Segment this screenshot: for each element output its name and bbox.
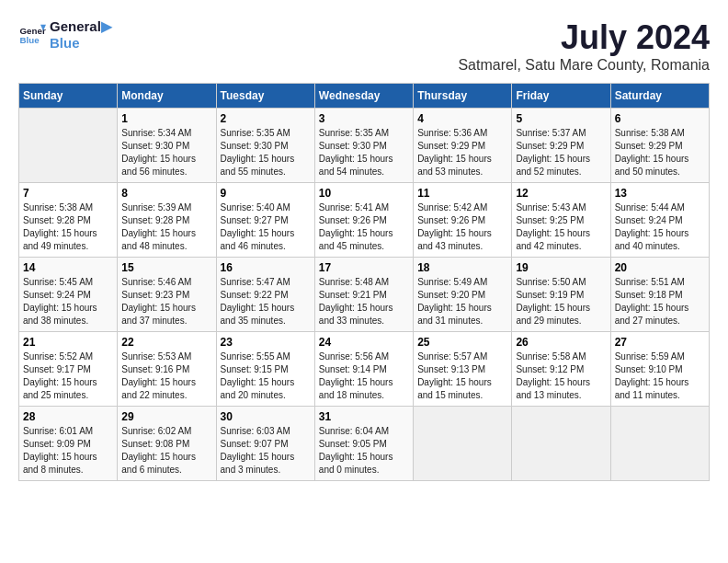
day-number: 12 xyxy=(516,187,606,200)
weekday-header: Thursday xyxy=(414,84,512,109)
day-number: 16 xyxy=(221,261,311,274)
day-number: 22 xyxy=(121,336,211,349)
calendar-week-row: 21Sunrise: 5:52 AM Sunset: 9:17 PM Dayli… xyxy=(19,332,710,407)
calendar-cell: 21Sunrise: 5:52 AM Sunset: 9:17 PM Dayli… xyxy=(19,332,118,407)
day-number: 6 xyxy=(615,112,705,125)
calendar-cell: 2Sunrise: 5:35 AM Sunset: 9:30 PM Daylig… xyxy=(216,109,314,183)
calendar-cell: 6Sunrise: 5:38 AM Sunset: 9:29 PM Daylig… xyxy=(610,109,709,183)
day-info: Sunrise: 5:38 AM Sunset: 9:29 PM Dayligh… xyxy=(615,127,705,178)
day-number: 17 xyxy=(319,261,409,274)
day-info: Sunrise: 5:48 AM Sunset: 9:21 PM Dayligh… xyxy=(319,276,409,327)
calendar-cell: 3Sunrise: 5:35 AM Sunset: 9:30 PM Daylig… xyxy=(314,109,413,183)
day-info: Sunrise: 5:38 AM Sunset: 9:28 PM Dayligh… xyxy=(23,201,113,253)
day-number: 11 xyxy=(417,187,507,200)
weekday-header: Monday xyxy=(118,84,216,109)
day-number: 24 xyxy=(319,336,409,349)
calendar-cell xyxy=(610,407,709,481)
day-info: Sunrise: 5:55 AM Sunset: 9:15 PM Dayligh… xyxy=(221,350,311,402)
day-number: 23 xyxy=(221,336,311,349)
day-info: Sunrise: 5:44 AM Sunset: 9:24 PM Dayligh… xyxy=(615,201,705,253)
day-number: 10 xyxy=(319,187,409,200)
day-info: Sunrise: 5:42 AM Sunset: 9:26 PM Dayligh… xyxy=(417,201,507,253)
day-info: Sunrise: 6:04 AM Sunset: 9:05 PM Dayligh… xyxy=(319,425,409,477)
day-number: 31 xyxy=(319,410,409,423)
calendar-cell xyxy=(512,407,610,481)
day-number: 26 xyxy=(516,336,606,349)
calendar-cell: 17Sunrise: 5:48 AM Sunset: 9:21 PM Dayli… xyxy=(314,258,413,332)
day-info: Sunrise: 5:45 AM Sunset: 9:24 PM Dayligh… xyxy=(23,276,113,327)
day-number: 28 xyxy=(23,410,113,423)
day-info: Sunrise: 5:53 AM Sunset: 9:16 PM Dayligh… xyxy=(121,350,211,402)
calendar-cell: 24Sunrise: 5:56 AM Sunset: 9:14 PM Dayli… xyxy=(314,332,413,407)
month-year: July 2024 xyxy=(458,18,710,57)
calendar-week-row: 14Sunrise: 5:45 AM Sunset: 9:24 PM Dayli… xyxy=(19,258,710,332)
day-info: Sunrise: 5:56 AM Sunset: 9:14 PM Dayligh… xyxy=(319,350,409,402)
day-number: 13 xyxy=(615,187,705,200)
calendar-cell: 5Sunrise: 5:37 AM Sunset: 9:29 PM Daylig… xyxy=(512,109,610,183)
day-info: Sunrise: 5:50 AM Sunset: 9:19 PM Dayligh… xyxy=(516,276,606,327)
day-number: 18 xyxy=(417,261,507,274)
day-info: Sunrise: 5:35 AM Sunset: 9:30 PM Dayligh… xyxy=(221,127,311,178)
calendar-cell: 23Sunrise: 5:55 AM Sunset: 9:15 PM Dayli… xyxy=(216,332,314,407)
day-info: Sunrise: 6:01 AM Sunset: 9:09 PM Dayligh… xyxy=(23,425,113,477)
calendar-cell xyxy=(414,407,512,481)
calendar-cell: 12Sunrise: 5:43 AM Sunset: 9:25 PM Dayli… xyxy=(512,183,610,258)
day-number: 4 xyxy=(417,112,507,125)
day-number: 21 xyxy=(23,336,113,349)
calendar-cell: 16Sunrise: 5:47 AM Sunset: 9:22 PM Dayli… xyxy=(216,258,314,332)
calendar-cell: 7Sunrise: 5:38 AM Sunset: 9:28 PM Daylig… xyxy=(19,183,118,258)
calendar-cell: 31Sunrise: 6:04 AM Sunset: 9:05 PM Dayli… xyxy=(314,407,413,481)
logo-subtext: Blue xyxy=(50,35,112,51)
day-number: 27 xyxy=(615,336,705,349)
calendar-cell: 22Sunrise: 5:53 AM Sunset: 9:16 PM Dayli… xyxy=(118,332,216,407)
logo: General Blue General▶ Blue xyxy=(18,18,112,51)
title-section: July 2024 Satmarel, Satu Mare County, Ro… xyxy=(458,18,710,74)
weekday-header: Tuesday xyxy=(216,84,314,109)
svg-text:Blue: Blue xyxy=(20,35,40,45)
day-info: Sunrise: 5:39 AM Sunset: 9:28 PM Dayligh… xyxy=(121,201,211,253)
calendar-cell: 25Sunrise: 5:57 AM Sunset: 9:13 PM Dayli… xyxy=(414,332,512,407)
weekday-header-row: SundayMondayTuesdayWednesdayThursdayFrid… xyxy=(19,84,710,109)
day-number: 3 xyxy=(319,112,409,125)
day-number: 14 xyxy=(23,261,113,274)
calendar-cell: 9Sunrise: 5:40 AM Sunset: 9:27 PM Daylig… xyxy=(216,183,314,258)
day-number: 15 xyxy=(121,261,211,274)
calendar-cell: 15Sunrise: 5:46 AM Sunset: 9:23 PM Dayli… xyxy=(118,258,216,332)
calendar-cell: 28Sunrise: 6:01 AM Sunset: 9:09 PM Dayli… xyxy=(19,407,118,481)
day-info: Sunrise: 5:59 AM Sunset: 9:10 PM Dayligh… xyxy=(615,350,705,402)
calendar-cell xyxy=(19,109,118,183)
day-number: 2 xyxy=(221,112,311,125)
calendar-week-row: 1Sunrise: 5:34 AM Sunset: 9:30 PM Daylig… xyxy=(19,109,710,183)
day-info: Sunrise: 5:49 AM Sunset: 9:20 PM Dayligh… xyxy=(417,276,507,327)
calendar-cell: 30Sunrise: 6:03 AM Sunset: 9:07 PM Dayli… xyxy=(216,407,314,481)
weekday-header: Friday xyxy=(512,84,610,109)
calendar-cell: 20Sunrise: 5:51 AM Sunset: 9:18 PM Dayli… xyxy=(610,258,709,332)
calendar-cell: 8Sunrise: 5:39 AM Sunset: 9:28 PM Daylig… xyxy=(118,183,216,258)
day-number: 29 xyxy=(121,410,211,423)
calendar-week-row: 28Sunrise: 6:01 AM Sunset: 9:09 PM Dayli… xyxy=(19,407,710,481)
day-info: Sunrise: 5:37 AM Sunset: 9:29 PM Dayligh… xyxy=(516,127,606,178)
day-info: Sunrise: 5:34 AM Sunset: 9:30 PM Dayligh… xyxy=(121,127,211,178)
day-info: Sunrise: 5:41 AM Sunset: 9:26 PM Dayligh… xyxy=(319,201,409,253)
calendar-cell: 29Sunrise: 6:02 AM Sunset: 9:08 PM Dayli… xyxy=(118,407,216,481)
calendar-cell: 13Sunrise: 5:44 AM Sunset: 9:24 PM Dayli… xyxy=(610,183,709,258)
day-info: Sunrise: 5:58 AM Sunset: 9:12 PM Dayligh… xyxy=(516,350,606,402)
day-number: 19 xyxy=(516,261,606,274)
day-info: Sunrise: 5:43 AM Sunset: 9:25 PM Dayligh… xyxy=(516,201,606,253)
calendar-cell: 26Sunrise: 5:58 AM Sunset: 9:12 PM Dayli… xyxy=(512,332,610,407)
day-info: Sunrise: 6:02 AM Sunset: 9:08 PM Dayligh… xyxy=(121,425,211,477)
day-info: Sunrise: 5:57 AM Sunset: 9:13 PM Dayligh… xyxy=(417,350,507,402)
logo-icon: General Blue xyxy=(18,21,46,49)
day-number: 8 xyxy=(121,187,211,200)
weekday-header: Wednesday xyxy=(314,84,413,109)
day-info: Sunrise: 5:47 AM Sunset: 9:22 PM Dayligh… xyxy=(221,276,311,327)
header: General Blue General▶ Blue July 2024 Sat… xyxy=(18,18,710,74)
calendar-week-row: 7Sunrise: 5:38 AM Sunset: 9:28 PM Daylig… xyxy=(19,183,710,258)
calendar-cell: 19Sunrise: 5:50 AM Sunset: 9:19 PM Dayli… xyxy=(512,258,610,332)
day-number: 25 xyxy=(417,336,507,349)
day-info: Sunrise: 5:35 AM Sunset: 9:30 PM Dayligh… xyxy=(319,127,409,178)
day-number: 1 xyxy=(121,112,211,125)
day-info: Sunrise: 5:46 AM Sunset: 9:23 PM Dayligh… xyxy=(121,276,211,327)
calendar-table: SundayMondayTuesdayWednesdayThursdayFrid… xyxy=(18,83,710,481)
day-info: Sunrise: 5:40 AM Sunset: 9:27 PM Dayligh… xyxy=(221,201,311,253)
